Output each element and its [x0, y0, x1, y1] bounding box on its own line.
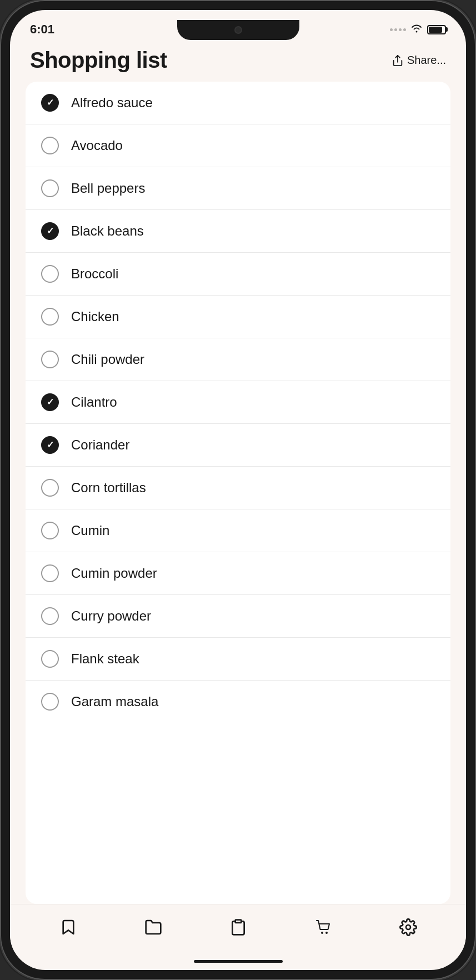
list-container: ✓Alfredo sauceAvocadoBell peppers✓Black … [10, 82, 466, 904]
svg-point-3 [325, 932, 328, 934]
checkbox-15[interactable] [41, 693, 59, 711]
list-item[interactable]: ✓Black beans [26, 210, 450, 253]
bookmark-icon [59, 918, 77, 936]
list-item[interactable]: Cumin [26, 509, 450, 552]
svg-rect-1 [235, 920, 241, 923]
item-label: Cilantro [71, 394, 117, 410]
list-item[interactable]: Avocado [26, 124, 450, 167]
list-item[interactable]: ✓Alfredo sauce [26, 82, 450, 124]
notch-camera [234, 26, 242, 34]
page-title: Shopping list [30, 48, 167, 73]
nav-settings[interactable] [392, 913, 425, 941]
item-label: Bell peppers [71, 181, 145, 196]
item-label: Coriander [71, 437, 129, 453]
nav-bookmarks[interactable] [52, 913, 85, 941]
checkbox-8[interactable]: ✓ [41, 393, 59, 411]
list-scroll[interactable]: ✓Alfredo sauceAvocadoBell peppers✓Black … [26, 82, 450, 904]
folder-icon [144, 918, 162, 936]
nav-folders[interactable] [137, 913, 170, 941]
item-label: Flank steak [71, 651, 139, 667]
svg-point-4 [406, 925, 410, 929]
home-bar [194, 960, 283, 963]
checkbox-14[interactable] [41, 650, 59, 668]
settings-icon [399, 918, 417, 936]
checkbox-7[interactable] [41, 351, 59, 368]
wifi-icon [410, 24, 423, 36]
list-item[interactable]: Cumin powder [26, 552, 450, 595]
clipboard-icon [229, 918, 247, 936]
checkbox-13[interactable] [41, 607, 59, 625]
phone-frame: 6:01 [0, 0, 476, 980]
checkmark-icon: ✓ [47, 398, 54, 407]
checkbox-11[interactable] [41, 522, 59, 539]
bottom-nav [10, 904, 466, 952]
item-label: Curry powder [71, 608, 151, 624]
signal-icon [390, 28, 406, 31]
item-label: Black beans [71, 223, 144, 239]
header: Shopping list Share... [10, 41, 466, 82]
checkbox-12[interactable] [41, 564, 59, 582]
checkmark-icon: ✓ [47, 441, 54, 449]
item-label: Chili powder [71, 352, 144, 367]
status-time: 6:01 [30, 22, 54, 37]
checkbox-4[interactable]: ✓ [41, 222, 59, 240]
nav-cart[interactable] [307, 913, 340, 941]
item-label: Corn tortillas [71, 480, 146, 496]
list-item[interactable]: Bell peppers [26, 167, 450, 210]
item-label: Chicken [71, 309, 119, 324]
item-label: Cumin powder [71, 566, 157, 581]
item-label: Cumin [71, 523, 109, 538]
home-indicator [10, 952, 466, 970]
item-label: Alfredo sauce [71, 95, 153, 111]
list-item[interactable]: ✓Cilantro [26, 381, 450, 424]
cart-icon-svg [314, 918, 332, 936]
checkbox-1[interactable]: ✓ [41, 94, 59, 112]
checkbox-5[interactable] [41, 265, 59, 283]
notch [177, 20, 299, 40]
checkbox-10[interactable] [41, 479, 59, 497]
status-icons [390, 24, 446, 36]
list-item[interactable]: Chili powder [26, 338, 450, 381]
phone-screen: 6:01 [10, 10, 466, 970]
list-item[interactable]: Corn tortillas [26, 467, 450, 509]
list-item[interactable]: Flank steak [26, 638, 450, 681]
share-button[interactable]: Share... [392, 54, 446, 67]
battery-icon [427, 25, 446, 34]
list-item[interactable]: ✓Coriander [26, 424, 450, 467]
checkbox-6[interactable] [41, 308, 59, 326]
checkmark-icon: ✓ [47, 98, 54, 107]
list-item[interactable]: Curry powder [26, 595, 450, 638]
svg-point-2 [321, 932, 323, 934]
checkmark-icon: ✓ [47, 227, 54, 236]
checkbox-3[interactable] [41, 179, 59, 197]
checkbox-9[interactable]: ✓ [41, 436, 59, 454]
nav-clipboard[interactable] [222, 913, 255, 941]
item-label: Avocado [71, 138, 123, 153]
list-item[interactable]: Broccoli [26, 253, 450, 296]
checkbox-2[interactable] [41, 137, 59, 154]
list-item[interactable]: Garam masala [26, 681, 450, 723]
list-item[interactable]: Chicken [26, 296, 450, 338]
share-icon [392, 54, 404, 67]
item-label: Broccoli [71, 266, 118, 282]
item-label: Garam masala [71, 694, 158, 709]
